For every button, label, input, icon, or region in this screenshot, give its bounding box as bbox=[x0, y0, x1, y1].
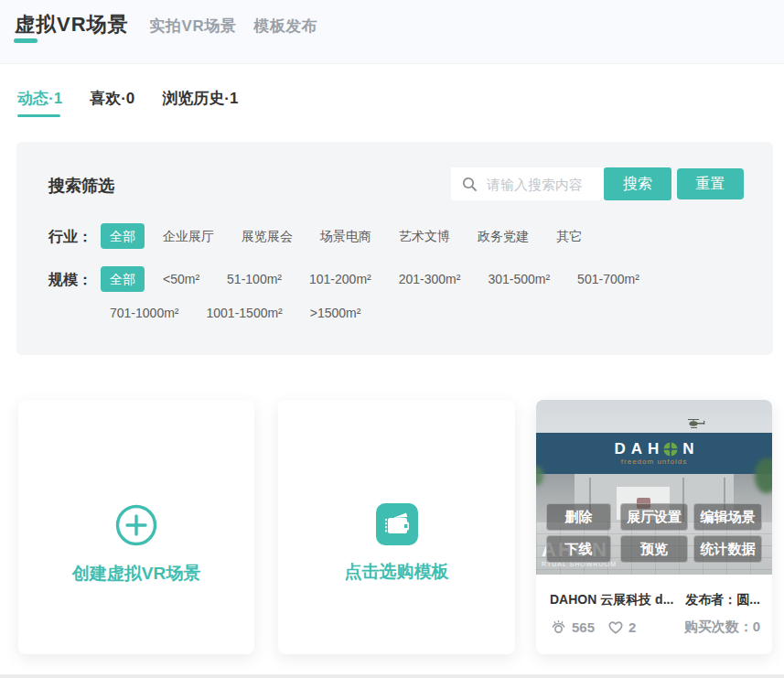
scale-option[interactable]: 201-300m² bbox=[390, 266, 470, 292]
search-input[interactable] bbox=[485, 176, 598, 193]
industry-option[interactable]: 政务党建 bbox=[468, 223, 538, 249]
create-scene-card[interactable]: 创建虚拟VR场景 bbox=[18, 400, 254, 654]
scale-option[interactable]: 全部 bbox=[101, 266, 145, 292]
plus-circle-icon bbox=[114, 503, 158, 547]
views-icon bbox=[550, 619, 567, 636]
template-title: DAHON 云展科技 d... bbox=[550, 592, 673, 608]
industry-option[interactable]: 企业展厅 bbox=[154, 223, 223, 249]
header-tabs: 虚拟VR场景 实拍VR场景 模板发布 bbox=[15, 11, 317, 38]
industry-options: 全部 企业展厅 展览展会 场景电商 艺术文博 政务党建 其它 bbox=[101, 223, 741, 249]
scale-option[interactable]: <50m² bbox=[154, 266, 209, 292]
scale-option[interactable]: 501-700m² bbox=[568, 266, 649, 292]
industry-option[interactable]: 场景电商 bbox=[311, 223, 381, 249]
industry-option[interactable]: 艺术文博 bbox=[390, 223, 459, 249]
scale-option[interactable]: 701-1000m² bbox=[101, 300, 188, 326]
subtab-history[interactable]: 浏览历史·1 bbox=[162, 88, 238, 109]
scale-option[interactable]: 1001-1500m² bbox=[198, 300, 292, 326]
industry-option[interactable]: 全部 bbox=[101, 223, 145, 249]
brand-banner: DAHN freedom unfolds bbox=[536, 433, 772, 474]
shop-template-card[interactable]: 点击选购模板 bbox=[278, 400, 515, 654]
industry-label: 行业： bbox=[48, 228, 92, 247]
sub-tabs: 动态·1 喜欢·0 浏览历史·1 bbox=[17, 88, 265, 109]
scale-options: 全部 <50m² 51-100m² 101-200m² 201-300m² 30… bbox=[101, 266, 695, 326]
likes-icon[interactable] bbox=[607, 619, 624, 635]
offline-button[interactable]: 下线 bbox=[546, 535, 611, 563]
filter-panel-title: 搜索筛选 bbox=[48, 175, 114, 197]
tab-real-vr-scene[interactable]: 实拍VR场景 bbox=[150, 16, 237, 37]
statistics-button[interactable]: 统计数据 bbox=[693, 535, 762, 563]
scale-option[interactable]: 51-100m² bbox=[218, 266, 291, 292]
tab-template-publish[interactable]: 模板发布 bbox=[253, 16, 317, 37]
search-button[interactable]: 搜索 bbox=[604, 167, 671, 200]
scale-option[interactable]: >1500m² bbox=[301, 300, 371, 326]
industry-option[interactable]: 展览展会 bbox=[232, 223, 302, 249]
likes-count: 2 bbox=[628, 619, 636, 635]
subtab-underline bbox=[17, 114, 60, 117]
wallet-icon bbox=[376, 503, 418, 545]
reset-button[interactable]: 重置 bbox=[677, 168, 744, 199]
dahon-logo-icon bbox=[663, 442, 678, 457]
bottom-divider bbox=[0, 674, 784, 678]
helicopter bbox=[685, 418, 707, 429]
search-filter-panel: 搜索筛选 搜索 重置 行业： 全部 企业展厅 展览展会 场景电商 艺术文博 政务… bbox=[16, 142, 773, 355]
active-tab-underline bbox=[14, 38, 38, 43]
tab-virtual-vr-scene[interactable]: 虚拟VR场景 bbox=[15, 11, 129, 38]
subtab-dynamic[interactable]: 动态·1 bbox=[17, 88, 62, 109]
edit-scene-button[interactable]: 编辑场景 bbox=[693, 503, 762, 531]
scale-label: 规模： bbox=[48, 271, 92, 290]
views-count: 565 bbox=[572, 619, 595, 635]
search-box[interactable] bbox=[451, 167, 604, 200]
plant-right bbox=[755, 458, 772, 493]
shop-template-label: 点击选购模板 bbox=[345, 560, 449, 584]
preview-button[interactable]: 预览 bbox=[620, 535, 688, 563]
purchase-count: 购买次数：0 bbox=[684, 619, 760, 636]
subtab-likes[interactable]: 喜欢·0 bbox=[90, 88, 134, 109]
template-publisher: 发布者：圆... bbox=[685, 592, 760, 608]
scale-option[interactable]: 301-500m² bbox=[478, 266, 559, 292]
hall-settings-button[interactable]: 展厅设置 bbox=[620, 503, 688, 531]
industry-option[interactable]: 其它 bbox=[547, 223, 591, 249]
search-icon bbox=[462, 177, 478, 192]
template-card[interactable]: DAHN freedom unfolds AHON RTUAL SHOWROOM… bbox=[536, 400, 772, 654]
create-scene-label: 创建虚拟VR场景 bbox=[72, 562, 200, 586]
delete-button[interactable]: 删除 bbox=[546, 503, 611, 531]
scale-option[interactable]: 101-200m² bbox=[300, 266, 381, 292]
